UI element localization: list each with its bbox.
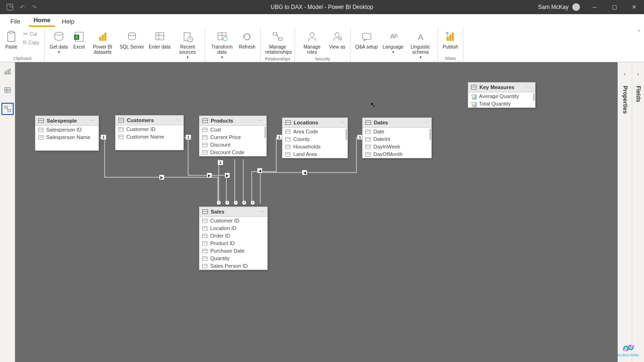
table-locations[interactable]: Locations⋯ Area Code County Households L…	[282, 117, 348, 158]
field-row[interactable]: Date	[363, 128, 431, 135]
field-icon	[202, 234, 207, 238]
refresh-button[interactable]: Refresh	[237, 29, 257, 50]
table-options-icon[interactable]: ⋯	[339, 120, 345, 126]
field-icon	[202, 264, 207, 268]
manage-relationships-button[interactable]: Manage relationships	[264, 29, 292, 56]
model-canvas[interactable]: 1 1 1 1 1 ▶ ▶ ▶ ◀ ◀ * * * * * Salespeopl…	[15, 62, 618, 362]
get-data-button[interactable]: Get data▾	[48, 29, 69, 56]
cardinality-one: 1	[186, 135, 191, 140]
expand-chevron-icon[interactable]: ‹	[637, 71, 639, 77]
view-as-button[interactable]: View as	[327, 29, 347, 50]
table-options-icon[interactable]: ⋯	[259, 209, 264, 215]
powerbi-datasets-button[interactable]: Power BI datasets	[89, 29, 117, 56]
title-bar: ↶ ↷ UBG to DAX - Model - Power BI Deskto…	[0, 0, 644, 14]
sql-server-button[interactable]: SQL Server	[118, 29, 146, 50]
ribbon-group-relationships: Manage relationships Relationships	[261, 27, 295, 62]
table-options-icon[interactable]: ⋯	[527, 84, 532, 90]
filter-arrow-icon: ▶	[207, 173, 212, 178]
table-products[interactable]: Products⋯ Cost Current Price Discount Di…	[199, 115, 267, 156]
field-row[interactable]: Sales Person ID	[199, 262, 267, 270]
field-icon	[202, 135, 207, 140]
publish-button[interactable]: Publish	[441, 29, 460, 50]
fields-pane[interactable]: ‹ Fields	[632, 62, 644, 362]
scrollbar[interactable]	[264, 127, 266, 138]
table-salespeople[interactable]: Salespeople⋯ Salesperson ID Salesperson …	[35, 115, 99, 151]
table-sales[interactable]: Sales⋯ Customer ID Location ID Order ID …	[199, 206, 268, 270]
collapse-ribbon-icon[interactable]: ⌃	[637, 29, 641, 35]
field-row[interactable]: County	[282, 135, 347, 143]
qa-setup-button[interactable]: Q&A setup	[354, 29, 380, 50]
scrollbar[interactable]	[429, 129, 431, 140]
field-row[interactable]: Quantity	[199, 255, 267, 262]
field-row[interactable]: Land Area	[282, 150, 347, 158]
field-row[interactable]: DateInt	[363, 135, 431, 143]
recent-sources-button[interactable]: Recent sources▾	[173, 29, 202, 61]
field-row[interactable]: Households	[282, 143, 347, 150]
user-display[interactable]: Sam McKay	[538, 3, 580, 11]
field-row[interactable]: Customer Name	[116, 133, 183, 140]
svg-rect-33	[5, 72, 6, 74]
table-options-icon[interactable]: ⋯	[90, 118, 96, 124]
table-customers[interactable]: Customers⋯ Customer ID Customer Name	[115, 115, 184, 150]
field-row[interactable]: DayOfMonth	[363, 150, 431, 158]
redo-icon[interactable]: ↷	[32, 4, 37, 11]
report-view-button[interactable]	[1, 65, 14, 77]
field-row[interactable]: Salesperson Name	[35, 133, 99, 141]
table-key-measures[interactable]: Key Measures⋯ 📊Average Quantity 📊Total Q…	[468, 82, 536, 108]
save-icon[interactable]	[7, 4, 13, 10]
file-tab[interactable]: File	[7, 15, 27, 27]
field-row[interactable]: Salesperson ID	[35, 126, 99, 133]
undo-icon[interactable]: ↶	[20, 4, 25, 11]
maximize-button[interactable]: ▢	[604, 0, 624, 14]
home-tab[interactable]: Home	[29, 14, 55, 27]
field-row[interactable]: Purchase Date	[199, 247, 267, 255]
expand-chevron-icon[interactable]: ‹	[624, 71, 626, 77]
scrollbar[interactable]	[346, 129, 347, 140]
field-icon	[38, 135, 43, 140]
cursor-icon: ↖	[370, 101, 376, 108]
field-row[interactable]: Current Price	[199, 133, 266, 141]
field-row[interactable]: Order ID	[199, 232, 267, 239]
manage-roles-button[interactable]: Manage roles	[298, 29, 326, 56]
transform-data-button[interactable]: Transform data▾	[208, 29, 236, 61]
field-icon	[202, 256, 207, 261]
field-row[interactable]: Product ID	[199, 239, 267, 247]
field-row[interactable]: Area Code	[282, 128, 347, 135]
field-icon	[365, 137, 371, 141]
table-dates[interactable]: Dates⋯ Date DateInt DayInWeek DayOfMonth	[362, 117, 432, 158]
cut-button[interactable]: ✂Cut	[22, 30, 41, 38]
paste-button[interactable]: Paste	[3, 29, 20, 50]
field-row[interactable]: Discount Code	[199, 148, 266, 156]
minimize-button[interactable]: ─	[585, 0, 604, 14]
field-row[interactable]: Discount	[199, 141, 266, 148]
close-button[interactable]: ✕	[624, 0, 644, 14]
svg-line-21	[277, 34, 279, 39]
field-row[interactable]: 📊Total Quantity	[468, 100, 535, 107]
table-options-icon[interactable]: ⋯	[258, 118, 264, 124]
copy-button[interactable]: ⎘Copy	[22, 39, 41, 46]
field-row[interactable]: DayInWeek	[363, 143, 431, 150]
svg-rect-26	[363, 33, 371, 39]
field-row[interactable]: 📊Average Quantity	[468, 92, 535, 100]
properties-pane[interactable]: ‹ Properties	[618, 62, 632, 362]
table-options-icon[interactable]: ⋯	[175, 117, 181, 123]
language-button[interactable]: AあLanguage▾	[380, 29, 405, 56]
get-data-icon	[52, 30, 66, 43]
excel-button[interactable]: XExcel	[71, 29, 88, 50]
user-name: Sam McKay	[538, 4, 569, 10]
field-row[interactable]: Cost	[199, 126, 266, 133]
linguistic-schema-button[interactable]: ALinguistic schema▾	[406, 29, 435, 61]
qa-icon	[360, 30, 373, 43]
svg-rect-10	[156, 33, 164, 40]
field-row[interactable]: Customer ID	[116, 125, 183, 133]
field-row[interactable]: Customer ID	[199, 217, 267, 224]
field-row[interactable]: Location ID	[199, 224, 267, 232]
data-view-button[interactable]	[1, 84, 14, 96]
table-options-icon[interactable]: ⋯	[423, 120, 429, 126]
measure-icon: 📊	[471, 101, 476, 107]
enter-data-button[interactable]: Enter data	[147, 29, 173, 50]
model-view-button[interactable]	[1, 103, 14, 115]
help-tab[interactable]: Help	[57, 15, 79, 27]
scrollbar[interactable]	[533, 93, 535, 101]
svg-point-23	[335, 33, 339, 37]
